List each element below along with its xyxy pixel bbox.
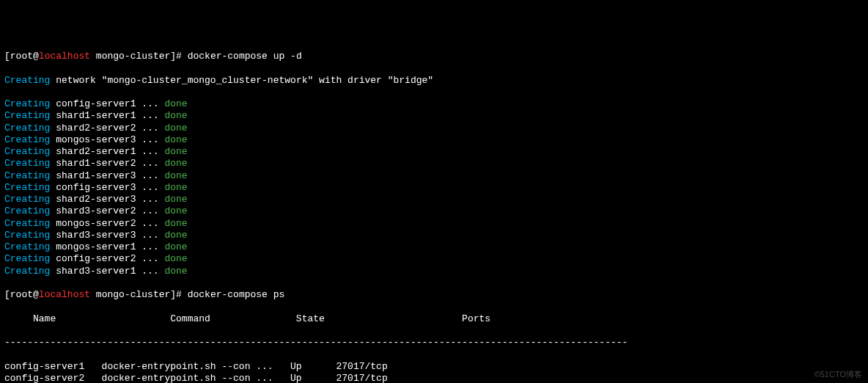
creating-label: Creating bbox=[4, 170, 50, 181]
status-done: done bbox=[164, 123, 187, 134]
service-name: shard2-server2 ... bbox=[50, 123, 164, 134]
service-name: shard2-server1 ... bbox=[50, 146, 164, 157]
service-name: shard1-server3 ... bbox=[50, 170, 164, 181]
service-name: mongos-server1 ... bbox=[50, 241, 164, 252]
creating-label: Creating bbox=[4, 230, 50, 241]
command-1: docker-compose up -d bbox=[188, 51, 302, 62]
creating-label: Creating bbox=[4, 110, 50, 121]
creating-line: Creating shard1-server1 ... done bbox=[4, 110, 864, 122]
prompt-host: localhost bbox=[39, 51, 90, 62]
service-name: shard1-server1 ... bbox=[50, 110, 164, 121]
status-done: done bbox=[164, 134, 187, 145]
service-name: config-server2 ... bbox=[50, 253, 164, 264]
status-done: done bbox=[164, 194, 187, 205]
network-create-line: Creating network "mongo-cluster_mongo_cl… bbox=[4, 75, 864, 87]
creating-line: Creating shard2-server1 ... done bbox=[4, 146, 864, 158]
status-done: done bbox=[164, 266, 187, 277]
status-done: done bbox=[164, 253, 187, 264]
creating-line: Creating config-server2 ... done bbox=[4, 253, 864, 265]
creating-label: Creating bbox=[4, 158, 50, 169]
service-name: mongos-server3 ... bbox=[50, 134, 164, 145]
status-done: done bbox=[164, 158, 187, 169]
ps-row: config-server1 docker-entrypoint.sh --co… bbox=[4, 361, 864, 373]
creating-label: Creating bbox=[4, 98, 50, 109]
creating-label: Creating bbox=[4, 253, 50, 264]
service-name: shard3-server3 ... bbox=[50, 230, 164, 241]
watermark: ©51CTO博客 bbox=[814, 370, 862, 380]
creating-line: Creating mongos-server2 ... done bbox=[4, 218, 864, 230]
creating-label: Creating bbox=[4, 123, 50, 134]
service-name: shard3-server2 ... bbox=[50, 205, 164, 216]
creating-line: Creating shard3-server1 ... done bbox=[4, 266, 864, 277]
status-done: done bbox=[164, 98, 187, 109]
prompt-line-1[interactable]: [root@localhost mongo-cluster]# docker-c… bbox=[4, 51, 864, 62]
service-name: shard2-server3 ... bbox=[50, 194, 164, 205]
prompt-line-2[interactable]: [root@localhost mongo-cluster]# docker-c… bbox=[4, 289, 864, 301]
status-done: done bbox=[164, 241, 187, 252]
prompt-user: root bbox=[10, 289, 33, 300]
status-done: done bbox=[164, 110, 187, 121]
prompt-host: localhost bbox=[39, 289, 90, 300]
ps-separator: ----------------------------------------… bbox=[4, 337, 864, 349]
creating-label: Creating bbox=[4, 241, 50, 252]
creating-line: Creating mongos-server1 ... done bbox=[4, 241, 864, 253]
creating-label: Creating bbox=[4, 182, 50, 193]
creating-label: Creating bbox=[4, 194, 50, 205]
creating-line: Creating mongos-server3 ... done bbox=[4, 134, 864, 146]
service-name: shard3-server1 ... bbox=[50, 266, 164, 277]
creating-line: Creating shard3-server3 ... done bbox=[4, 230, 864, 241]
ps-row: config-server2 docker-entrypoint.sh --co… bbox=[4, 373, 864, 383]
creating-label: Creating bbox=[4, 146, 50, 157]
service-name: config-server1 ... bbox=[50, 98, 164, 109]
creating-line: Creating shard2-server3 ... done bbox=[4, 194, 864, 205]
creating-line: Creating config-server1 ... done bbox=[4, 98, 864, 110]
status-done: done bbox=[164, 205, 187, 216]
status-done: done bbox=[164, 230, 187, 241]
creating-label: Creating bbox=[4, 266, 50, 277]
status-done: done bbox=[164, 170, 187, 181]
status-done: done bbox=[164, 146, 187, 157]
status-done: done bbox=[164, 218, 187, 229]
service-name: config-server3 ... bbox=[50, 182, 164, 193]
creating-line: Creating shard1-server2 ... done bbox=[4, 158, 864, 169]
creating-line: Creating shard3-server2 ... done bbox=[4, 205, 864, 217]
creating-label: Creating bbox=[4, 218, 50, 229]
creating-label: Creating bbox=[4, 205, 50, 216]
command-2: docker-compose ps bbox=[188, 289, 285, 300]
creating-label: Creating bbox=[4, 134, 50, 145]
service-name: mongos-server2 ... bbox=[50, 218, 164, 229]
status-done: done bbox=[164, 182, 187, 193]
prompt-user: root bbox=[10, 51, 33, 62]
creating-line: Creating shard2-server2 ... done bbox=[4, 123, 864, 134]
creating-line: Creating config-server3 ... done bbox=[4, 182, 864, 194]
service-name: shard1-server2 ... bbox=[50, 158, 164, 169]
ps-header: Name Command State Ports bbox=[4, 313, 864, 325]
creating-line: Creating shard1-server3 ... done bbox=[4, 170, 864, 182]
